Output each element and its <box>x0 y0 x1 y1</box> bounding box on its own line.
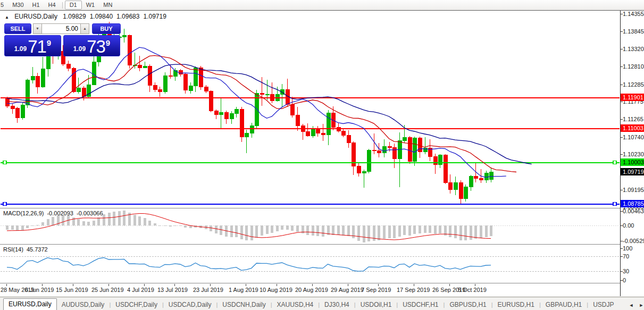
price-axis-label: 1.09195 <box>623 187 644 193</box>
buy-price-sup: 9 <box>106 38 110 47</box>
tab-scroll-arrows: ◄► <box>626 303 644 310</box>
date-axis-tick <box>108 284 109 286</box>
timeframe-button-5[interactable]: 5 <box>0 1 8 10</box>
timeframe-button-m30[interactable]: M30 <box>8 1 28 10</box>
tab-xauusd-h4[interactable]: XAUUSD,H4 <box>272 299 319 310</box>
date-axis-label: 25 Jun 2019 <box>91 287 124 293</box>
rsi-axis-label: 70 <box>623 253 629 259</box>
buy-price-panel[interactable]: 1.09739 <box>63 35 120 56</box>
macd-axis-label: -0.00529 <box>623 238 644 244</box>
price-axis[interactable]: 1.143551.138451.133201.128101.122851.117… <box>621 11 644 296</box>
macd-axis-label: 0.00463 <box>623 208 644 214</box>
date-axis-tick <box>144 284 145 286</box>
macd-signal-line <box>7 214 491 240</box>
buy-button[interactable]: BUY <box>92 23 121 34</box>
tab-audusd-daily[interactable]: AUDUSD,Daily <box>57 299 110 310</box>
moving-average-lines <box>7 47 532 178</box>
macd-signal-value: -0.003066 <box>77 210 103 216</box>
price-axis-label: 1.12285 <box>623 81 644 88</box>
price-axis-label: 1.10230 <box>623 151 644 157</box>
date-axis-label: 5 Oct 2019 <box>458 287 487 293</box>
collapse-toggle-icon[interactable]: ▲ <box>5 15 9 20</box>
rsi-value: 45.7372 <box>27 246 48 253</box>
tab-usdchf-h1[interactable]: USDCHF,H1 <box>398 299 443 310</box>
tab-scroll-right-icon[interactable]: ► <box>639 303 643 308</box>
panel-separator[interactable] <box>0 208 644 209</box>
volume-decrease-button[interactable]: ▼ <box>33 23 42 34</box>
tab-eurusd-h1[interactable]: EURUSD,H1 <box>493 299 539 310</box>
chart-tab-bar: EURUSD,DailyAUDUSD,Daily|USDCHF,Daily|US… <box>0 297 644 310</box>
date-axis-tick <box>73 284 73 286</box>
tab-gbpusd-h1[interactable]: GBPUSD,H1 <box>445 299 491 310</box>
panel-separator[interactable] <box>0 244 644 245</box>
rsi-line <box>7 258 491 272</box>
macd-indicator-header: MACD(12,26,9)-0.002093-0.003066 <box>3 210 106 216</box>
terminal-window: 5M30H1H4D1W1MN ▲ EURUSD,Daily 1.098291.0… <box>0 0 644 310</box>
rsi-axis-label: 30 <box>623 268 629 274</box>
price-axis-label: 1.12810 <box>623 63 644 70</box>
date-axis-label: 7 Sep 2019 <box>361 287 391 293</box>
buy-price-big: 73 <box>87 38 105 55</box>
tab-gbpaud-h1[interactable]: GBPAUD,H1 <box>541 299 587 310</box>
macd-main-value: -0.002093 <box>47 210 73 216</box>
price-level-label: 1.09719 <box>621 168 644 175</box>
buy-price-prefix: 1.09 <box>73 45 86 53</box>
sell-button[interactable]: SELL <box>4 23 31 34</box>
tab-usdjp[interactable]: USDJP <box>588 299 618 310</box>
timeframe-button-w1[interactable]: W1 <box>82 1 99 10</box>
volume-increase-button[interactable]: ▲ <box>80 23 89 34</box>
price-level-label: 1.11003 <box>621 124 644 132</box>
sell-price-panel[interactable]: 1.09719 <box>4 35 61 56</box>
date-axis-label: 29 Aug 2019 <box>331 287 364 293</box>
rsi-label: RSI(14) <box>3 246 23 253</box>
rsi-axis-label: 100 <box>623 245 632 252</box>
tab-usdcnh-daily[interactable]: USDCNH,Daily <box>218 299 270 310</box>
tab-usdchf-daily[interactable]: USDCHF,Daily <box>111 299 162 310</box>
quote-open: 1.09829 <box>63 13 86 20</box>
rsi-axis-label: 0 <box>623 277 626 283</box>
date-axis-label: 23 Jul 2019 <box>193 287 223 293</box>
date-axis-label: 1 Aug 2019 <box>229 287 258 293</box>
tab-usdoil-h1[interactable]: USDOil,H1 <box>356 299 397 310</box>
chart-window: ▲ EURUSD,Daily 1.098291.098401.096831.09… <box>0 10 644 297</box>
price-level-label: 1.10003 <box>621 158 644 166</box>
sell-price-prefix: 1.09 <box>14 45 27 53</box>
price-level-label: 1.11901 <box>621 94 644 101</box>
date-axis[interactable]: 28 May 20196 Jun 201915 Jun 201925 Jun 2… <box>0 284 620 296</box>
tab-scroll-left-icon[interactable]: ◄ <box>629 303 633 308</box>
chart-symbol-label: EURUSD,Daily <box>14 13 57 20</box>
price-axis-label: 1.11265 <box>623 116 643 122</box>
volume-input[interactable] <box>42 23 80 34</box>
tab-dj30-h4[interactable]: DJ30,H4 <box>320 299 354 310</box>
timeframe-button-h1[interactable]: H1 <box>28 1 44 10</box>
quote-high: 1.09840 <box>90 13 113 20</box>
date-axis-tick <box>475 284 475 286</box>
price-axis-label: 1.14355 <box>623 11 644 17</box>
macd-axis-label: 0.00 <box>623 222 634 229</box>
timeframe-button-h4[interactable]: H4 <box>44 1 60 10</box>
date-axis-label: 15 Jun 2019 <box>56 287 88 293</box>
date-axis-tick <box>277 284 277 286</box>
quote-close: 1.09719 <box>143 13 166 20</box>
date-axis-tick <box>378 284 379 286</box>
date-axis-tick <box>42 284 43 286</box>
tab-eurusd-daily[interactable]: EURUSD,Daily <box>3 298 57 310</box>
date-axis-label: 10 Aug 2019 <box>260 287 292 293</box>
quote-low: 1.09683 <box>116 13 139 20</box>
date-axis-label: 4 Jul 2019 <box>127 287 154 293</box>
horizontal-level-lines[interactable] <box>1 98 620 206</box>
timeframe-button-d1[interactable]: D1 <box>65 1 82 10</box>
timeframe-button-mn[interactable]: MN <box>99 1 116 10</box>
chart-title: ▲ EURUSD,Daily 1.098291.098401.096831.09… <box>5 13 170 20</box>
date-axis-label: 6 Jun 2019 <box>25 287 54 293</box>
one-click-trading-widget: SELL ▼ ▲ BUY 1.09719 1.09739 <box>4 23 121 56</box>
tab-usdcad-daily[interactable]: USDCAD,Daily <box>164 299 216 310</box>
date-axis-tick <box>246 284 246 286</box>
rsi-panel-lines <box>1 257 620 272</box>
date-axis-tick <box>210 284 211 286</box>
date-axis-tick <box>6 284 7 286</box>
price-axis-label: 1.10740 <box>623 134 644 140</box>
date-axis-tick <box>414 284 414 286</box>
toolbar-separator <box>62 2 63 9</box>
timeframe-toolbar: 5M30H1H4D1W1MN <box>0 0 644 11</box>
